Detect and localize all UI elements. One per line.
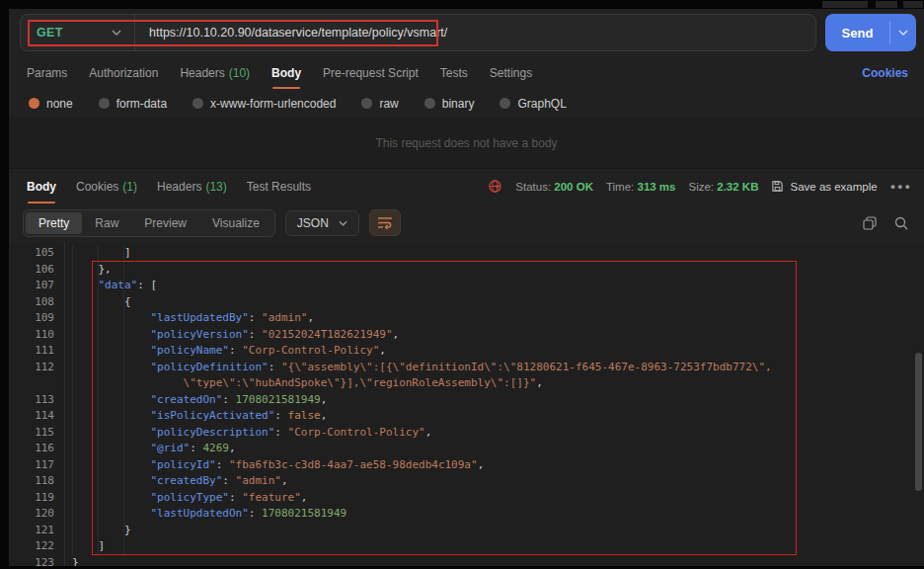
response-actions (863, 216, 908, 230)
radio-icon (192, 98, 203, 109)
url-input[interactable]: https://10.10.20.90/dataservice/template… (135, 26, 447, 40)
tab-body[interactable]: Body (271, 56, 301, 89)
code-line: 122 ] (9, 538, 924, 555)
response-body-viewer[interactable]: 105 ]106 },107 "data": [108 {109 "lastUp… (9, 242, 924, 566)
size-badge: Size: 2.32 KB (689, 181, 759, 193)
radio-icon (500, 98, 510, 109)
topbar-remnant (822, 1, 868, 8)
tab-params[interactable]: Params (27, 56, 67, 89)
radio-icon (99, 98, 110, 109)
save-icon (771, 180, 784, 193)
status-badge: Status: 200 OK (515, 181, 593, 193)
topbar-remnant (903, 1, 923, 8)
view-tab-raw[interactable]: Raw (82, 212, 131, 234)
code-line: 117 "policyId": "fba6fb3c-c3d8-4aa7-ae58… (9, 457, 924, 474)
code-line: 120 "lastUpdatedOn": 1708021581949 (9, 506, 924, 523)
time-badge: Time: 313 ms (606, 181, 676, 193)
code-line: 116 "@rid": 4269, (9, 441, 924, 457)
code-line: 109 "lastUpdatedBy": "admin", (9, 310, 924, 327)
code-line: 123} (9, 555, 924, 567)
more-options-icon[interactable]: ●●● (890, 182, 912, 192)
code-line: 107 "data": [ (9, 278, 924, 294)
save-as-example-button[interactable]: Save as example (771, 180, 877, 193)
radio-selected-icon (29, 98, 39, 109)
response-view-toolbar: Pretty Raw Preview Visualize JSON (9, 203, 924, 242)
method-dropdown[interactable]: GET (21, 15, 135, 50)
wrap-text-button[interactable] (369, 209, 401, 236)
code-line: 114 "isPolicyActivated": false, (9, 408, 924, 425)
tab-pre-request-script[interactable]: Pre-request Script (323, 56, 419, 89)
chevron-down-icon (112, 30, 121, 36)
tab-settings[interactable]: Settings (490, 56, 532, 89)
copy-icon[interactable] (863, 216, 877, 230)
code-line: \"type\":\"hubAndSpoke\"}],\"regionRoleA… (9, 375, 924, 392)
code-line: 108 { (9, 294, 924, 311)
text-wrap-icon (377, 216, 393, 229)
code-lines: 105 ]106 },107 "data": [108 {109 "lastUp… (9, 245, 924, 566)
cookies-count: (1) (122, 180, 137, 194)
tab-tests[interactable]: Tests (440, 56, 468, 89)
tab-authorization[interactable]: Authorization (89, 56, 158, 89)
code-line: 110 "policyVersion": "02152024T182621949… (9, 327, 924, 344)
indent-guide (98, 245, 99, 555)
network-warning-icon[interactable] (488, 179, 502, 194)
send-chevron-down-icon[interactable] (890, 30, 916, 36)
response-header: Body Cookies (1) Headers (13) Test Resul… (9, 169, 924, 203)
send-button-label: Send (825, 26, 889, 41)
radio-binary[interactable]: binary (424, 97, 475, 111)
response-tabs: Body Cookies (1) Headers (13) Test Resul… (27, 169, 311, 203)
indent-guide (123, 245, 124, 555)
code-line: 118 "createdBy": "admin", (9, 473, 924, 490)
response-tab-test-results[interactable]: Test Results (247, 169, 311, 203)
code-line: 113 "createdOn": 1708021581949, (9, 392, 924, 409)
format-dropdown[interactable]: JSON (285, 210, 359, 236)
view-mode-segmented-control: Pretty Raw Preview Visualize (23, 209, 275, 237)
gutter-divider (64, 242, 65, 566)
url-container: GET https://10.10.20.90/dataservice/temp… (20, 14, 816, 51)
radio-graphql[interactable]: GraphQL (500, 97, 566, 111)
response-tab-body[interactable]: Body (27, 169, 56, 203)
radio-icon (424, 98, 435, 109)
code-line: 112 "policyDefinition": "{\"assembly\":[… (9, 360, 924, 376)
code-line: 115 "policyDescription": "Corp-Control-P… (9, 425, 924, 442)
view-tab-visualize[interactable]: Visualize (199, 212, 272, 234)
cookies-link[interactable]: Cookies (862, 66, 908, 80)
radio-none[interactable]: none (29, 97, 73, 111)
method-label: GET (37, 26, 63, 40)
topbar-remnant (876, 1, 897, 8)
headers-count: (10) (229, 66, 250, 80)
empty-body-message: This request does not have a body (9, 118, 924, 169)
view-tab-pretty[interactable]: Pretty (26, 212, 82, 234)
request-bar: GET https://10.10.20.90/dataservice/temp… (9, 9, 924, 56)
send-button[interactable]: Send (825, 14, 916, 51)
view-tab-preview[interactable]: Preview (131, 212, 199, 234)
code-line: 111 "policyName": "Corp-Control-Policy", (9, 343, 924, 360)
response-headers-count: (13) (205, 180, 226, 194)
code-line: 119 "policyType": "feature", (9, 490, 924, 507)
response-meta: Status: 200 OK Time: 313 ms Size: 2.32 K… (488, 179, 912, 194)
postman-request-panel: GET https://10.10.20.90/dataservice/temp… (9, 9, 924, 566)
radio-icon (361, 98, 372, 109)
radio-x-www-form-urlencoded[interactable]: x-www-form-urlencoded (192, 97, 336, 111)
code-line: 105 ] (9, 245, 924, 262)
search-icon[interactable] (894, 216, 908, 230)
scrollbar-thumb[interactable] (915, 353, 922, 491)
response-tab-cookies[interactable]: Cookies (1) (76, 169, 137, 203)
request-tabs: Params Authorization Headers (10) Body P… (9, 56, 924, 89)
indent-guide (72, 245, 73, 555)
code-line: 106 }, (9, 262, 924, 279)
response-tab-headers[interactable]: Headers (13) (157, 169, 227, 203)
radio-raw[interactable]: raw (361, 97, 398, 111)
tab-headers[interactable]: Headers (10) (180, 56, 250, 89)
chevron-down-icon (339, 220, 347, 226)
code-line: 121 } (9, 523, 924, 539)
radio-form-data[interactable]: form-data (99, 97, 167, 111)
body-type-options: none form-data x-www-form-urlencoded raw… (9, 89, 924, 118)
